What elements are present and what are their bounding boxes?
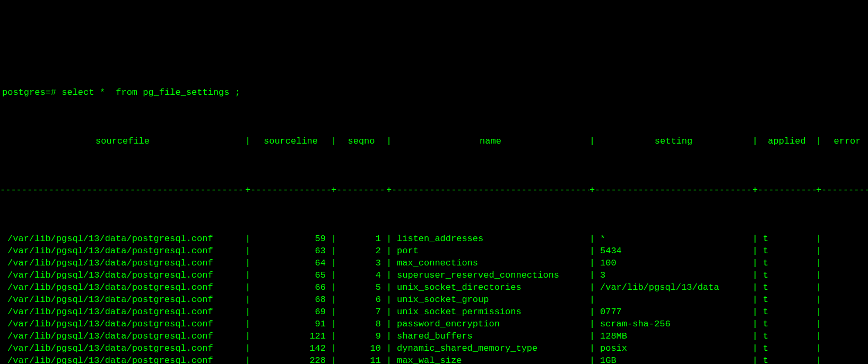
- col-sep: |: [752, 318, 758, 330]
- cell-name: dynamic_shared_memory_type: [392, 342, 589, 354]
- cell-seqno: 6: [336, 294, 386, 306]
- col-sep: |: [752, 233, 758, 245]
- table-row: /var/lib/pgsql/13/data/postgresql.conf|5…: [0, 233, 868, 245]
- col-header-seqno: seqno: [336, 135, 386, 147]
- col-sep: |: [816, 135, 821, 147]
- col-sep: |: [245, 233, 250, 245]
- cell-setting: scram-sha-256: [595, 318, 752, 330]
- divider-seg: -----------: [758, 184, 816, 196]
- cell-error: [821, 354, 868, 364]
- cell-seqno: 4: [336, 269, 386, 281]
- col-sep: |: [331, 257, 336, 269]
- cell-error: [821, 233, 868, 245]
- col-sep: |: [816, 330, 821, 342]
- col-sep: |: [589, 354, 595, 364]
- table-row: /var/lib/pgsql/13/data/postgresql.conf|1…: [0, 342, 868, 354]
- sql-prompt: postgres=# select * from pg_file_setting…: [0, 86, 868, 99]
- terminal[interactable]: postgres=# select * from pg_file_setting…: [0, 49, 868, 364]
- divider-plus: +: [386, 184, 392, 196]
- divider-plus: +: [331, 184, 336, 196]
- cell-applied: t: [758, 281, 816, 294]
- cell-sourcefile: /var/lib/pgsql/13/data/postgresql.conf: [0, 342, 245, 354]
- col-sep: |: [245, 318, 250, 330]
- cell-name: max_connections: [392, 257, 589, 269]
- col-sep: |: [245, 330, 250, 342]
- col-sep: |: [589, 318, 595, 330]
- col-sep: |: [386, 245, 392, 257]
- cell-sourceline: 142: [250, 342, 331, 354]
- cell-sourcefile: /var/lib/pgsql/13/data/postgresql.conf: [0, 330, 245, 342]
- col-sep: |: [331, 294, 336, 306]
- table-row: /var/lib/pgsql/13/data/postgresql.conf|6…: [0, 306, 868, 318]
- cell-seqno: 11: [336, 354, 386, 364]
- col-sep: |: [752, 281, 758, 294]
- col-sep: |: [245, 306, 250, 318]
- cell-sourceline: 65: [250, 269, 331, 281]
- cell-setting: 3: [595, 269, 752, 281]
- divider-plus: +: [752, 184, 758, 196]
- col-sep: |: [245, 245, 250, 257]
- cell-sourcefile: /var/lib/pgsql/13/data/postgresql.conf: [0, 281, 245, 294]
- col-sep: |: [331, 245, 336, 257]
- col-sep: |: [331, 318, 336, 330]
- col-sep: |: [386, 318, 392, 330]
- cell-sourcefile: /var/lib/pgsql/13/data/postgresql.conf: [0, 257, 245, 269]
- cell-error: [821, 318, 868, 330]
- cell-sourcefile: /var/lib/pgsql/13/data/postgresql.conf: [0, 269, 245, 281]
- col-sep: |: [386, 281, 392, 294]
- cell-applied: t: [758, 342, 816, 354]
- cell-setting: 1GB: [595, 354, 752, 364]
- col-sep: |: [816, 257, 821, 269]
- cell-sourceline: 68: [250, 294, 331, 306]
- cell-seqno: 5: [336, 281, 386, 294]
- cell-sourcefile: /var/lib/pgsql/13/data/postgresql.conf: [0, 354, 245, 364]
- col-header-applied: applied: [758, 135, 816, 147]
- col-sep: |: [816, 245, 821, 257]
- col-sep: |: [245, 257, 250, 269]
- col-header-sourcefile: sourcefile: [0, 135, 245, 147]
- col-sep: |: [589, 330, 595, 342]
- col-sep: |: [245, 269, 250, 281]
- table-divider: ----------------------------------------…: [0, 184, 868, 196]
- col-sep: |: [816, 281, 821, 294]
- table-header: sourcefile| sourceline| seqno| name| set…: [0, 135, 868, 147]
- col-sep: |: [331, 354, 336, 364]
- col-sep: |: [331, 342, 336, 354]
- col-sep: |: [816, 306, 821, 318]
- table-row: /var/lib/pgsql/13/data/postgresql.conf|6…: [0, 281, 868, 294]
- col-sep: |: [331, 330, 336, 342]
- cell-sourceline: 69: [250, 306, 331, 318]
- cell-sourceline: 66: [250, 281, 331, 294]
- cell-setting: [595, 294, 752, 306]
- cell-sourceline: 91: [250, 318, 331, 330]
- cell-setting: *: [595, 233, 752, 245]
- table-row: /var/lib/pgsql/13/data/postgresql.conf|6…: [0, 294, 868, 306]
- col-sep: |: [331, 233, 336, 245]
- col-sep: |: [816, 318, 821, 330]
- cell-sourceline: 64: [250, 257, 331, 269]
- col-sep: |: [386, 342, 392, 354]
- cell-seqno: 3: [336, 257, 386, 269]
- cell-applied: t: [758, 245, 816, 257]
- divider-seg: ---------: [336, 184, 386, 196]
- col-sep: |: [752, 135, 758, 147]
- cell-setting: posix: [595, 342, 752, 354]
- table-row: /var/lib/pgsql/13/data/postgresql.conf|6…: [0, 257, 868, 269]
- cell-name: unix_socket_permissions: [392, 306, 589, 318]
- table-row: /var/lib/pgsql/13/data/postgresql.conf|2…: [0, 354, 868, 364]
- cell-name: unix_socket_directories: [392, 281, 589, 294]
- divider-seg: -------------------------------------: [392, 184, 589, 196]
- col-sep: |: [752, 257, 758, 269]
- cell-error: [821, 281, 868, 294]
- col-sep: |: [752, 306, 758, 318]
- table-row: /var/lib/pgsql/13/data/postgresql.conf|1…: [0, 330, 868, 342]
- col-sep: |: [752, 330, 758, 342]
- cell-setting: 128MB: [595, 330, 752, 342]
- cell-sourcefile: /var/lib/pgsql/13/data/postgresql.conf: [0, 245, 245, 257]
- cell-seqno: 8: [336, 318, 386, 330]
- cell-applied: t: [758, 269, 816, 281]
- col-sep: |: [386, 294, 392, 306]
- col-header-name: name: [392, 135, 589, 147]
- divider-plus: +: [816, 184, 821, 196]
- col-header-error: error: [821, 135, 868, 147]
